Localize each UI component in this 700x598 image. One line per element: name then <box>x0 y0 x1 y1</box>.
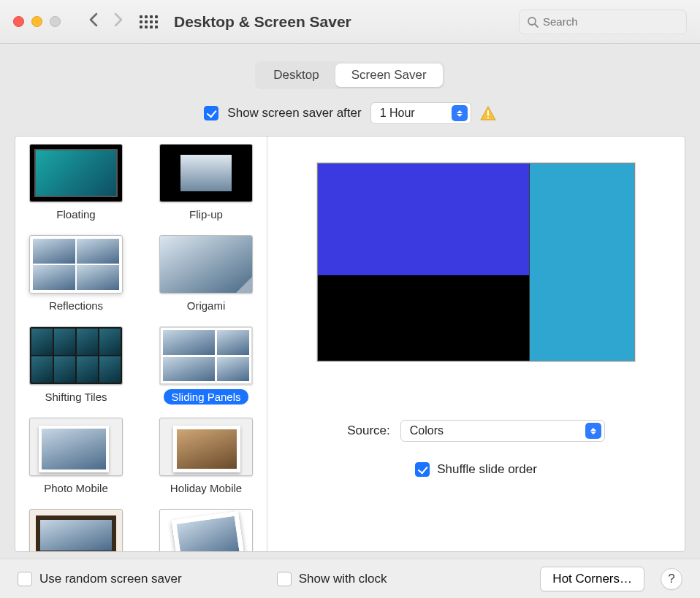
preview-panel-black <box>318 275 529 361</box>
show-clock-option[interactable]: Show with clock <box>277 572 387 586</box>
screensaver-item[interactable]: Photo Mobile <box>21 418 131 496</box>
search-field[interactable] <box>519 9 687 34</box>
screensaver-thumbnail <box>29 418 123 476</box>
screensaver-item-label: Origami <box>180 298 233 313</box>
svg-rect-3 <box>487 110 489 115</box>
titlebar: Desktop & Screen Saver <box>0 0 700 44</box>
screensaver-item-label: Photo Mobile <box>37 480 115 496</box>
shuffle-checkbox[interactable] <box>415 462 430 477</box>
search-icon <box>527 16 539 28</box>
screensaver-thumbnail <box>29 326 123 385</box>
screensaver-thumbnail <box>29 509 123 551</box>
zoom-window-button[interactable] <box>50 16 61 27</box>
random-saver-label: Use random screen saver <box>39 572 182 586</box>
stepper-icon <box>452 105 468 121</box>
screensaver-item[interactable]: Photo Wall <box>21 509 131 551</box>
window-controls <box>13 16 61 27</box>
minimize-window-button[interactable] <box>31 16 42 27</box>
svg-rect-4 <box>487 117 489 118</box>
show-all-prefs-button[interactable] <box>140 15 158 28</box>
screensaver-thumbnail <box>159 326 253 385</box>
screensaver-item[interactable]: Origami <box>151 235 261 313</box>
random-saver-checkbox[interactable] <box>18 572 32 586</box>
help-button[interactable]: ? <box>661 568 682 590</box>
show-after-row: Show screen saver after 1 Hour <box>15 102 685 124</box>
show-clock-label: Show with clock <box>299 572 387 586</box>
screensaver-thumbnail <box>159 509 253 551</box>
screensaver-item-label: Floating <box>49 207 102 222</box>
screensaver-thumbnail <box>159 144 253 202</box>
hot-corners-button[interactable]: Hot Corners… <box>540 567 644 591</box>
screensaver-thumbnail <box>159 418 253 476</box>
forward-button[interactable] <box>106 12 131 31</box>
screensaver-item[interactable]: Reflections <box>21 235 131 313</box>
screensaver-thumbnail <box>29 144 123 202</box>
source-row: Source: Colors <box>347 420 605 442</box>
screensaver-preview <box>317 163 635 361</box>
screensaver-item[interactable]: Vintage Prints <box>151 509 261 551</box>
stepper-icon <box>585 423 601 439</box>
screensaver-item-label: Flip-up <box>182 207 230 222</box>
screensaver-item-label: Sliding Panels <box>164 389 248 405</box>
show-after-checkbox[interactable] <box>204 106 218 120</box>
content: Desktop Screen Saver Show screen saver a… <box>0 44 700 552</box>
svg-line-1 <box>535 24 538 27</box>
show-after-popup[interactable]: 1 Hour <box>370 102 471 124</box>
screensaver-item-label: Holiday Mobile <box>163 480 249 496</box>
show-after-label: Show screen saver after <box>227 106 361 120</box>
screensaver-list[interactable]: FloatingFlip-upReflectionsOrigamiShiftin… <box>15 137 267 551</box>
show-after-value: 1 Hour <box>380 107 415 120</box>
search-input[interactable] <box>543 15 679 28</box>
back-button[interactable] <box>81 12 106 31</box>
screensaver-item[interactable]: Flip-up <box>151 144 261 222</box>
source-value: Colors <box>410 424 444 437</box>
tab-segmented-control: Desktop Screen Saver <box>255 61 444 89</box>
screensaver-thumbnail <box>159 235 253 294</box>
source-label: Source: <box>347 423 390 438</box>
screensaver-item[interactable]: Shifting Tiles <box>21 326 131 405</box>
screensaver-item[interactable]: Holiday Mobile <box>151 418 261 496</box>
preview-panel-blue <box>318 164 529 275</box>
random-saver-option[interactable]: Use random screen saver <box>18 572 182 586</box>
screensaver-item[interactable]: Sliding Panels <box>151 326 261 405</box>
shuffle-label: Shuffle slide order <box>437 462 537 477</box>
screensaver-item-label: Shifting Tiles <box>37 389 114 405</box>
screensaver-item[interactable]: Floating <box>21 144 131 222</box>
screensaver-thumbnail <box>29 235 123 294</box>
preview-panel-cyan <box>529 164 634 361</box>
tab-screensaver[interactable]: Screen Saver <box>335 64 443 87</box>
source-popup[interactable]: Colors <box>400 420 605 442</box>
screensaver-item-label: Reflections <box>42 298 110 313</box>
preview-pane: Source: Colors Shuffle slide order <box>267 137 685 551</box>
close-window-button[interactable] <box>13 16 24 27</box>
panes: FloatingFlip-upReflectionsOrigamiShiftin… <box>15 136 685 552</box>
window-title: Desktop & Screen Saver <box>174 13 351 31</box>
bottom-bar: Use random screen saver Show with clock … <box>0 559 700 598</box>
shuffle-row: Shuffle slide order <box>415 462 537 477</box>
tab-desktop[interactable]: Desktop <box>257 64 335 87</box>
warning-icon <box>480 106 496 120</box>
show-clock-checkbox[interactable] <box>277 572 292 586</box>
tab-bar: Desktop Screen Saver <box>15 61 685 89</box>
